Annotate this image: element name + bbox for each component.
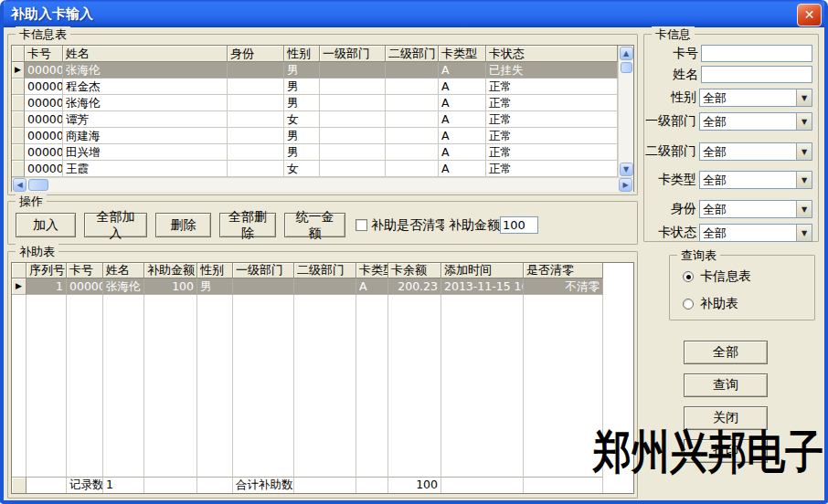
subsidy-table-header-cell[interactable]: 序列号 <box>27 263 67 278</box>
card-table-cell[interactable]: 000007 <box>25 144 63 161</box>
row-header[interactable] <box>12 95 25 111</box>
card-table-cell[interactable] <box>386 161 439 177</box>
row-header[interactable] <box>12 144 25 161</box>
vertical-scrollbar[interactable]: ▲ ▼ <box>618 46 633 177</box>
card-table-header-cell[interactable]: 二级部门 <box>386 46 439 62</box>
row-header[interactable] <box>12 128 25 144</box>
card-table-cell[interactable]: 男 <box>284 128 320 144</box>
chevron-down-icon[interactable]: ▼ <box>796 201 812 217</box>
subsidy-table-cell[interactable]: 男 <box>197 278 233 295</box>
card-table-cell[interactable]: 张海伦 <box>63 62 228 79</box>
card-table-cell[interactable]: 男 <box>284 144 320 161</box>
dept1-select[interactable]: 全部 ▼ <box>699 112 812 131</box>
card-table-header-cell[interactable]: 卡状态 <box>486 46 618 62</box>
card-table-cell[interactable] <box>320 144 386 161</box>
row-header[interactable] <box>12 161 25 177</box>
chevron-down-icon[interactable]: ▼ <box>796 89 812 106</box>
scroll-left-icon[interactable]: ◀ <box>13 178 27 192</box>
card-table-cell[interactable]: 男 <box>284 62 320 79</box>
name-input[interactable] <box>701 66 812 83</box>
card-table-cell[interactable] <box>228 161 284 177</box>
card-no-input[interactable] <box>701 45 812 62</box>
scroll-right-icon[interactable]: ▶ <box>619 178 632 192</box>
uniform-amount-button[interactable]: 统一金额 <box>284 213 345 237</box>
card-table-cell[interactable]: 正常 <box>486 111 618 128</box>
dept2-select[interactable]: 全部 ▼ <box>699 142 812 161</box>
card-table-cell[interactable]: 女 <box>284 111 320 128</box>
card-table-cell[interactable]: 000006 <box>25 128 63 144</box>
scrollbar-thumb[interactable] <box>621 62 632 73</box>
card-type-select[interactable]: 全部 ▼ <box>699 171 812 189</box>
card-table-cell[interactable] <box>386 95 439 111</box>
subsidy-table-cell[interactable]: 1 <box>27 278 67 295</box>
card-table-cell[interactable] <box>228 95 284 111</box>
subsidy-table-header-cell[interactable]: 补助金额 <box>144 263 197 278</box>
card-table-cell[interactable] <box>320 128 386 144</box>
subsidy-table-header-cell[interactable]: 姓名 <box>103 263 144 278</box>
card-table-header-cell[interactable]: 性别 <box>284 46 320 62</box>
card-table-cell[interactable] <box>228 62 284 79</box>
card-table-cell[interactable]: 已挂失 <box>486 62 618 79</box>
card-table-cell[interactable] <box>320 111 386 128</box>
card-table-cell[interactable]: 正常 <box>486 144 618 161</box>
card-table-cell[interactable]: 正常 <box>486 95 618 111</box>
subsidy-table-cell[interactable]: A <box>356 278 388 295</box>
subsidy-table-cell[interactable]: 不清零 <box>524 278 603 295</box>
card-table-cell[interactable] <box>228 79 284 95</box>
card-table-cell[interactable] <box>386 128 439 144</box>
card-table-cell[interactable]: A <box>439 79 486 95</box>
card-table-cell[interactable]: 000002 <box>25 79 63 95</box>
query-button[interactable]: 查询 <box>684 373 768 397</box>
subsidy-amount-input[interactable] <box>500 216 538 234</box>
radio-card-info[interactable]: 卡信息表 <box>683 268 814 285</box>
row-header[interactable] <box>12 111 25 128</box>
card-table-cell[interactable] <box>228 111 284 128</box>
subsidy-table-cell[interactable]: 张海伦 <box>103 278 144 295</box>
card-table-cell[interactable]: 张海伦 <box>63 95 228 111</box>
subsidy-table-cell[interactable]: 2013-11-15 16:58: <box>441 278 524 295</box>
titlebar[interactable]: 补助入卡输入 ✕ <box>0 0 828 27</box>
close-button[interactable]: ✕ <box>797 4 822 26</box>
card-table-cell[interactable]: 000003 <box>25 95 63 111</box>
card-table-cell[interactable]: A <box>439 111 486 128</box>
subsidy-table-cell[interactable]: 100 <box>144 278 197 295</box>
radio-selected-icon[interactable] <box>683 271 694 282</box>
card-table-cell[interactable]: A <box>439 95 486 111</box>
scrollbar-thumb[interactable] <box>28 179 48 191</box>
subsidy-table-header-cell[interactable]: 卡余额 <box>388 263 441 278</box>
scroll-up-icon[interactable]: ▲ <box>620 47 633 60</box>
card-table-cell[interactable]: 000001 <box>25 62 63 79</box>
delete-all-button[interactable]: 全部删除 <box>219 213 276 237</box>
gender-select[interactable]: 全部 ▼ <box>699 89 812 107</box>
card-table-cell[interactable] <box>386 111 439 128</box>
card-table-cell[interactable]: A <box>439 144 486 161</box>
chevron-down-icon[interactable]: ▼ <box>796 172 812 188</box>
subsidy-table-header-cell[interactable]: 卡类型 <box>356 263 388 278</box>
card-table-cell[interactable] <box>320 79 386 95</box>
add-all-button[interactable]: 全部加入 <box>84 213 147 237</box>
subsidy-table-header-cell[interactable]: 卡号 <box>67 263 103 278</box>
row-pointer-icon[interactable]: ▶ <box>12 278 27 295</box>
card-table-cell[interactable]: 正常 <box>486 79 618 95</box>
card-table-cell[interactable]: 田兴增 <box>63 144 228 161</box>
delete-button[interactable]: 删除 <box>155 213 211 237</box>
scroll-down-icon[interactable]: ▼ <box>620 163 633 176</box>
subsidy-table-cell[interactable]: 200.23 <box>388 278 441 295</box>
card-table-cell[interactable] <box>228 128 284 144</box>
card-table-cell[interactable]: 正常 <box>486 128 618 144</box>
card-table-cell[interactable]: 正常 <box>486 161 618 177</box>
card-table-header-cell[interactable]: 卡号 <box>25 46 63 62</box>
card-table-cell[interactable] <box>386 144 439 161</box>
row-pointer-icon[interactable]: ▶ <box>12 62 25 79</box>
card-table-cell[interactable] <box>320 62 386 79</box>
chevron-down-icon[interactable]: ▼ <box>796 225 812 241</box>
card-table-cell[interactable]: A <box>439 128 486 144</box>
subsidy-table-header-cell[interactable]: 添加时间 <box>441 263 524 278</box>
identity-select[interactable]: 全部 ▼ <box>699 200 812 218</box>
horizontal-scrollbar[interactable]: ◀ ▶ <box>12 177 633 192</box>
card-table-cell[interactable]: 000008 <box>25 161 63 177</box>
add-button[interactable]: 加入 <box>16 213 76 237</box>
card-table-cell[interactable] <box>320 95 386 111</box>
row-header[interactable] <box>12 79 25 95</box>
card-table-cell[interactable]: 000005 <box>25 111 63 128</box>
